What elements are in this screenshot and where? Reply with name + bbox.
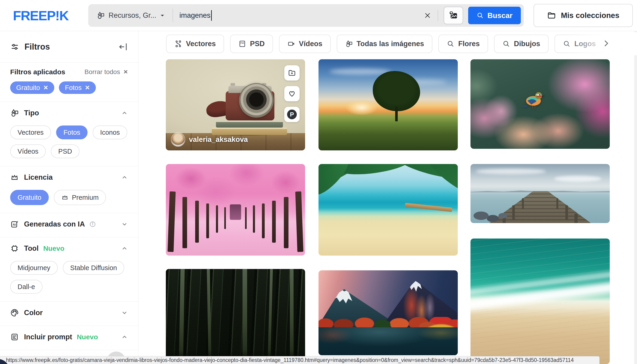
pier-post [574,214,578,223]
pill-todas-las-imagenes[interactable]: Todas las imágenes [337,34,432,53]
pill-flores[interactable]: Flores [438,34,488,53]
prompt-icon [10,333,19,342]
author-avatar [171,133,185,146]
my-collections-button[interactable]: Mis colecciones [534,4,633,27]
filter-section-tool: Tool Nuevo Midjourney Stable Diffusion D… [0,237,138,302]
tool-option-midjourney[interactable]: Midjourney [10,261,58,275]
remove-chip-icon[interactable]: ✕ [85,84,90,91]
color-section-header[interactable]: Color [10,308,128,318]
filter-section-tipo: Tipo Vectores Fotos Iconos Vídeos PSD [0,102,138,166]
tree-trunk [195,201,199,243]
pill-label: Todas las imágenes [357,40,424,48]
chevron-down-icon[interactable] [121,221,128,228]
cloud [554,176,601,182]
clear-search-icon[interactable] [424,12,431,19]
result-item-tropical-beach[interactable] [318,164,458,256]
pill-psd[interactable]: PSD PSD [230,34,273,53]
tree-trunk [253,205,255,233]
clear-all-filters-button[interactable]: Borrar todos ✕ [85,68,128,76]
tree-trunk [268,269,273,364]
tipo-option-videos[interactable]: Vídeos [10,144,46,158]
pill-label: Fo [630,40,637,48]
page-scrollbar[interactable] [634,31,637,364]
status-bar: https://www.freepik.es/foto-gratis/camar… [0,356,600,364]
ia-section-header[interactable]: Ai Generadas con IA [10,219,128,229]
beach-jetty [405,203,453,212]
pill-label: Flores [458,40,480,48]
pill-logos[interactable]: Logos [555,34,604,53]
prompt-section-header[interactable]: Incluir prompt Nuevo [10,332,128,342]
tipo-option-iconos[interactable]: Iconos [93,126,127,139]
remove-chip-icon[interactable]: ✕ [43,84,48,91]
result-item-mount-fuji[interactable] [318,270,458,355]
result-item-vintage-camera[interactable]: P valeria_aksakova [166,59,305,150]
related-searches-bar: Vectores PSD PSD Vídeos Todas las imágen… [166,34,637,54]
status-url: https://www.freepik.es/foto-gratis/camar… [0,357,574,363]
pill-label: Logos [574,40,596,48]
chevron-up-icon[interactable] [121,334,128,340]
bird-illustration [516,84,553,112]
search-input[interactable]: imagenes [173,10,417,21]
pill-truncated[interactable]: Fo [610,34,637,53]
pills-next-button[interactable] [599,36,613,50]
chevron-up-icon[interactable] [121,174,128,181]
filter-chip-fotos[interactable]: Fotos ✕ [59,82,96,94]
like-button[interactable] [284,86,300,101]
licencia-section-header[interactable]: Licencia [10,172,128,182]
tipo-section-header[interactable]: Tipo [10,108,128,118]
folder-icon [547,11,556,20]
image-upload-icon [448,10,459,20]
search-bar: Recursos, Gr... imagenes [88,4,524,27]
applied-filters-section: Filtros aplicados Borrar todos ✕ Gratuit… [0,62,138,102]
licencia-option-gratuito[interactable]: Gratuito [10,190,49,205]
pill-videos[interactable]: Vídeos [279,34,331,53]
shapes-icon [10,109,19,118]
pill-label: Dibujos [514,40,540,48]
result-item-pink-tree-lane[interactable] [166,164,305,256]
pill-dibujos[interactable]: Dibujos [494,34,549,53]
chevron-up-icon[interactable] [121,245,128,252]
search-by-image-button[interactable] [444,7,463,24]
tipo-heading: Tipo [24,109,39,117]
result-item-pier[interactable] [471,164,610,223]
tipo-option-psd[interactable]: PSD [51,144,79,158]
sand-texture [471,309,610,364]
shapes-icon [97,11,105,20]
pinterest-button[interactable]: P [284,107,300,122]
chevron-up-icon[interactable] [121,110,128,116]
tree-trunk [272,201,276,243]
book [216,121,283,128]
freepik-logo[interactable]: FREEP!K [13,8,69,23]
result-item-sunset-tree[interactable] [318,59,458,150]
tree-trunk [216,205,218,233]
info-icon[interactable] [89,221,96,228]
collapse-sidebar-icon[interactable] [118,42,128,52]
result-item-aerial-beach[interactable] [471,238,610,364]
add-to-collection-button[interactable] [284,65,300,80]
result-item-bird-tulips[interactable] [471,59,610,149]
tipo-option-fotos[interactable]: Fotos [56,126,88,139]
dark-forest-photo [166,269,305,364]
tipo-option-vectores[interactable]: Vectores [10,126,51,139]
tool-section-header[interactable]: Tool Nuevo [10,243,128,254]
result-item-dark-forest[interactable] [166,269,305,364]
author-attribution[interactable]: valeria_aksakova [171,133,248,146]
licencia-option-premium[interactable]: Premium [54,190,106,205]
text-cursor [211,10,212,21]
search-query-text: imagenes [179,11,210,20]
pill-vectores[interactable]: Vectores [166,34,224,53]
rocks [472,206,514,222]
licencia-heading: Licencia [24,173,53,182]
author-name: valeria_aksakova [189,136,248,144]
search-category-dropdown[interactable]: Recursos, Gr... [88,11,172,20]
search-category-label: Recursos, Gr... [109,11,156,20]
tool-option-stable-diffusion[interactable]: Stable Diffusion [63,261,124,275]
filter-chip-gratuito[interactable]: Gratuito ✕ [10,82,54,94]
reflection-lake [318,327,458,355]
search-submit-button[interactable]: Buscar [468,7,521,24]
tool-option-dalle[interactable]: Dall-e [10,280,43,294]
tree-trunk [167,192,175,252]
tree-trunk [284,197,289,248]
tree-trunk [207,269,211,364]
chevron-down-icon[interactable] [121,309,128,316]
